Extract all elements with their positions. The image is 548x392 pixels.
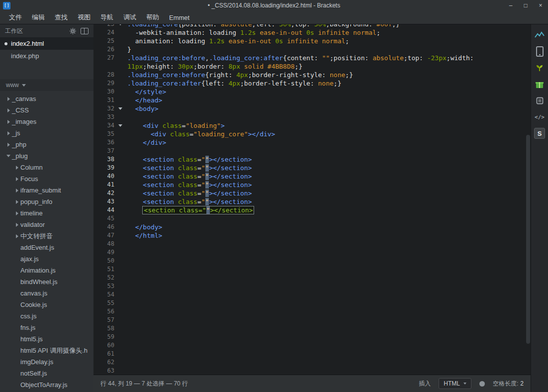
code-line[interactable]: 30 </style> bbox=[93, 88, 531, 96]
code-line[interactable]: 60 bbox=[93, 341, 531, 350]
tree-file[interactable]: html5 API 调用摄像头.h bbox=[0, 345, 93, 356]
tree-folder[interactable]: timeline bbox=[0, 207, 93, 219]
project-header[interactable]: www bbox=[0, 79, 93, 91]
split-view-icon[interactable] bbox=[81, 28, 89, 34]
code-line[interactable]: 57 bbox=[93, 316, 531, 324]
menu-item-debug[interactable]: 调试 bbox=[118, 11, 141, 24]
code-line[interactable]: 26} bbox=[93, 45, 531, 54]
tree-file[interactable]: Animation.js bbox=[0, 265, 93, 276]
code-line[interactable]: 29.loading_core:after{left: 4px;border-l… bbox=[93, 79, 531, 88]
tree-file[interactable]: canvas.js bbox=[0, 288, 93, 299]
code-line[interactable]: 31 </head> bbox=[93, 96, 531, 104]
menu-item-emmet[interactable]: Emmet bbox=[164, 12, 194, 23]
code-line[interactable]: 43 <section class=""></section> bbox=[93, 197, 531, 206]
tree-folder[interactable]: _plug bbox=[0, 150, 93, 162]
code-line[interactable]: 63 bbox=[93, 367, 531, 375]
plant-icon[interactable] bbox=[534, 62, 545, 73]
code-line[interactable]: 53 bbox=[93, 282, 531, 291]
code-tag-icon[interactable]: </> bbox=[534, 111, 545, 122]
menu-item-find[interactable]: 查找 bbox=[50, 11, 73, 24]
tree-folder[interactable]: _CSS bbox=[0, 104, 93, 116]
tree-folder[interactable]: _php bbox=[0, 139, 93, 150]
menu-item-view[interactable]: 视图 bbox=[73, 11, 95, 24]
code-line[interactable]: 39 <section class=""></section> bbox=[93, 164, 531, 172]
code-line[interactable]: 46 </body> bbox=[93, 223, 531, 231]
code-line[interactable]: 23.loading_core{position: absolute;left:… bbox=[93, 24, 531, 28]
code-line[interactable]: 27.loading_core:before,.loading_core:aft… bbox=[93, 54, 531, 62]
fold-arrow-icon[interactable] bbox=[116, 121, 125, 130]
space-units-setting[interactable]: 空格长度:2 bbox=[493, 380, 524, 388]
tree-file[interactable]: addEvent.js bbox=[0, 242, 93, 253]
insert-mode-indicator[interactable]: 插入 bbox=[419, 380, 431, 388]
scrollbar-thumb[interactable] bbox=[526, 135, 530, 344]
code-editor[interactable]: 23.loading_core{position: absolute;left:… bbox=[93, 24, 531, 375]
code-line[interactable]: 24 -webkit-animation: loading 1.2s ease-… bbox=[93, 28, 531, 37]
code-line[interactable]: 59 bbox=[93, 333, 531, 341]
menu-item-file[interactable]: 文件 bbox=[4, 11, 27, 24]
code-line[interactable]: 50 bbox=[93, 257, 531, 265]
tree-file[interactable]: bindWheel.js bbox=[0, 276, 93, 288]
code-line[interactable]: 25 animation: loading 1.2s ease-in-out 0… bbox=[93, 37, 531, 45]
fold-arrow-icon[interactable] bbox=[116, 24, 125, 28]
gear-icon[interactable] bbox=[70, 28, 76, 34]
code-line[interactable]: 32 <body> bbox=[93, 104, 531, 113]
tree-folder[interactable]: Focus bbox=[0, 173, 93, 185]
tree-folder[interactable]: iframe_submit bbox=[0, 185, 93, 196]
code-line[interactable]: 36 </div> bbox=[93, 138, 531, 147]
editor-scrollbar[interactable] bbox=[525, 24, 531, 375]
tree-file[interactable]: html5.js bbox=[0, 333, 93, 345]
close-button[interactable]: × bbox=[533, 0, 548, 11]
code-line[interactable]: 47 </html> bbox=[93, 231, 531, 240]
code-line[interactable]: 28.loading_core:before{right: 4px;border… bbox=[93, 71, 531, 79]
code-line[interactable]: 48 bbox=[93, 240, 531, 248]
tree-folder[interactable]: popup_info bbox=[0, 196, 93, 207]
code-line[interactable]: 37 bbox=[93, 147, 531, 155]
code-line[interactable]: 34 <div class="loading"> bbox=[93, 121, 531, 130]
code-line[interactable]: 54 bbox=[93, 291, 531, 299]
package-icon[interactable] bbox=[534, 95, 545, 106]
code-line[interactable]: 45 bbox=[93, 214, 531, 223]
tree-folder[interactable]: _images bbox=[0, 116, 93, 127]
code-line[interactable]: 49 bbox=[93, 248, 531, 257]
maximize-button[interactable]: □ bbox=[518, 0, 533, 11]
tree-folder[interactable]: Column bbox=[0, 162, 93, 173]
code-line[interactable]: 40 <section class=""></section> bbox=[93, 172, 531, 181]
phone-icon[interactable] bbox=[534, 46, 545, 57]
code-line[interactable]: 33 bbox=[93, 113, 531, 121]
code-line[interactable]: 62 bbox=[93, 358, 531, 367]
menu-item-help[interactable]: 帮助 bbox=[141, 11, 164, 24]
code-line[interactable]: 11px;height: 30px;border: 8px solid #4BB… bbox=[93, 62, 531, 71]
minimize-button[interactable]: – bbox=[503, 0, 518, 11]
tree-file[interactable]: ajax.js bbox=[0, 253, 93, 265]
code-line[interactable]: 51 bbox=[93, 265, 531, 274]
tree-file[interactable]: imgDelay.js bbox=[0, 356, 93, 368]
tree-file[interactable]: notSelf.js bbox=[0, 368, 93, 379]
code-line[interactable]: 52 bbox=[93, 274, 531, 282]
menu-item-edit[interactable]: 编辑 bbox=[27, 11, 50, 24]
code-line[interactable]: 42 <section class=""></section> bbox=[93, 189, 531, 197]
code-line[interactable]: 35 <div class="loading_core"></div> bbox=[93, 130, 531, 138]
lint-status-icon[interactable] bbox=[479, 381, 485, 387]
code-line[interactable]: 55 bbox=[93, 299, 531, 307]
code-line[interactable]: 61 bbox=[93, 350, 531, 358]
snippets-icon[interactable]: S bbox=[534, 128, 545, 139]
working-set-item[interactable]: index2.html bbox=[0, 37, 93, 50]
code-line[interactable]: 41 <section class=""></section> bbox=[93, 181, 531, 189]
menu-item-navigate[interactable]: 导航 bbox=[95, 11, 118, 24]
tree-folder[interactable]: validator bbox=[0, 219, 93, 230]
tree-folder[interactable]: 中文转拼音 bbox=[0, 230, 93, 242]
code-line[interactable]: 58 bbox=[93, 324, 531, 333]
tree-folder[interactable]: _js bbox=[0, 127, 93, 139]
tree-file[interactable]: Cookie.js bbox=[0, 299, 93, 310]
fold-arrow-icon[interactable] bbox=[116, 104, 125, 113]
chart-icon[interactable] bbox=[534, 29, 545, 40]
working-set-item[interactable]: index.php bbox=[0, 50, 93, 62]
gift-icon[interactable] bbox=[534, 79, 545, 90]
language-selector[interactable]: HTML bbox=[439, 378, 471, 389]
code-line[interactable]: 38 <section class=""></section> bbox=[93, 155, 531, 164]
code-line[interactable]: 44 <section class=""></section> bbox=[93, 206, 531, 214]
code-line[interactable]: 56 bbox=[93, 307, 531, 316]
tree-file[interactable]: css.js bbox=[0, 310, 93, 322]
tree-file[interactable]: ObjectToArray.js bbox=[0, 379, 93, 391]
tree-folder[interactable]: _canvas bbox=[0, 93, 93, 104]
